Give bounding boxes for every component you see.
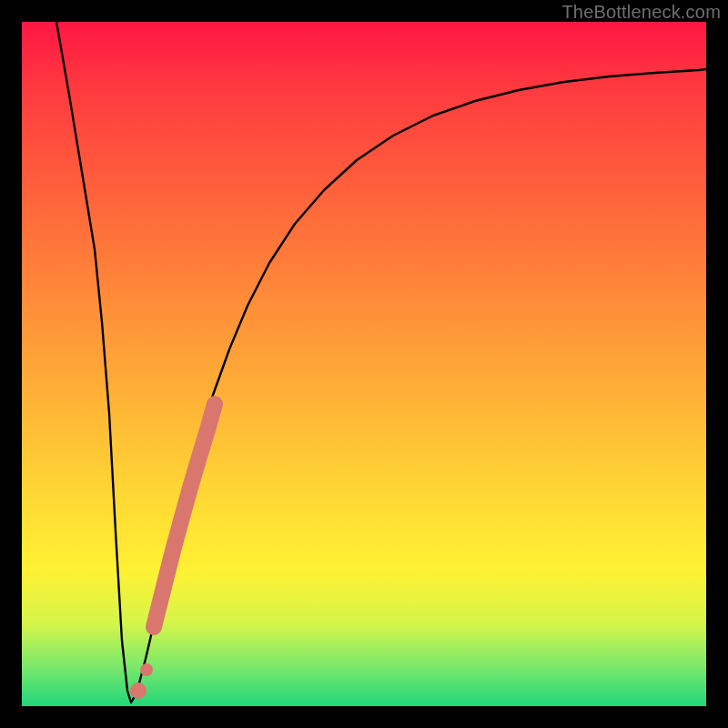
plot-area bbox=[22, 22, 706, 706]
highlight-dot-icon bbox=[22, 22, 706, 706]
svg-point-1 bbox=[140, 663, 153, 676]
chart-frame: TheBottleneck.com bbox=[0, 0, 728, 728]
highlight-segment bbox=[22, 22, 706, 706]
bottleneck-curve bbox=[22, 22, 706, 706]
watermark-text: TheBottleneck.com bbox=[561, 2, 721, 23]
svg-point-0 bbox=[130, 682, 147, 699]
